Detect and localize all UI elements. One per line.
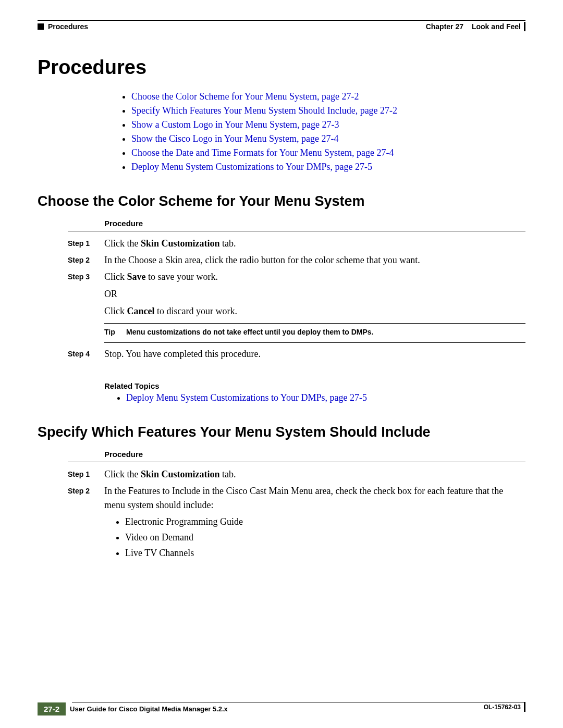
text: Click the (104, 469, 141, 479)
text: tab. (220, 238, 236, 249)
related-topics-label: Related Topics (104, 381, 525, 390)
step-number: Step 3 (68, 270, 104, 283)
divider-icon (524, 702, 525, 712)
list-item: Show a Custom Logo in Your Menu System, … (131, 119, 525, 130)
header-rule (38, 20, 525, 21)
toc-link[interactable]: Show the Cisco Logo in Your Menu System,… (131, 133, 339, 144)
procedure-label: Procedure (104, 450, 525, 459)
header-chapter: Chapter 27 (426, 22, 463, 31)
or-text: OR (104, 289, 525, 300)
list-item: Show the Cisco Logo in Your Menu System,… (131, 133, 525, 144)
text: to discard your work. (155, 306, 237, 316)
header-left: Procedures (38, 22, 88, 31)
list-item: Deploy Menu System Customizations to You… (131, 162, 525, 172)
step-text: In the Choose a Skin area, click the rad… (104, 253, 525, 267)
section-heading: Specify Which Features Your Menu System … (38, 424, 525, 440)
horizontal-rule (68, 462, 525, 462)
toc-link[interactable]: Choose the Date and Time Formats for You… (131, 147, 394, 158)
step-row: Step 3 Click Save to save your work. (68, 270, 525, 283)
divider-icon (524, 22, 525, 31)
list-item: Specify Which Features Your Menu System … (131, 105, 525, 116)
horizontal-rule (104, 342, 525, 343)
page-number-badge: 27-2 (38, 702, 66, 715)
tip-label: Tip (104, 328, 126, 336)
text: tab. (220, 469, 236, 479)
bold-term: Skin Customization (141, 469, 220, 479)
section-heading: Choose the Color Scheme for Your Menu Sy… (38, 193, 525, 209)
text: Click the (104, 238, 141, 249)
header-right: Chapter 27 Look and Feel (426, 22, 525, 31)
page-title: Procedures (38, 56, 525, 79)
step-text: Click the Skin Customization tab. (104, 467, 525, 481)
step-text: In the Features to Include in the Cisco … (104, 484, 525, 561)
step-number: Step 1 (68, 237, 104, 250)
feature-list: Electronic Programming Guide Video on De… (125, 515, 525, 560)
list-item: Deploy Menu System Customizations to You… (126, 392, 525, 403)
step-row: Step 1 Click the Skin Customization tab. (68, 467, 525, 481)
list-item: Video on Demand (125, 530, 525, 544)
related-link[interactable]: Deploy Menu System Customizations to You… (126, 392, 367, 403)
step-text: Click the Skin Customization tab. (104, 237, 525, 250)
toc-link[interactable]: Show a Custom Logo in Your Menu System, … (131, 119, 339, 130)
bold-term: Skin Customization (141, 238, 220, 249)
step-number: Step 4 (68, 347, 104, 361)
text: In the Features to Include in the Cisco … (104, 486, 503, 510)
bold-term: Cancel (127, 306, 155, 316)
horizontal-rule (68, 231, 525, 231)
step-text: Click Save to save your work. (104, 270, 525, 283)
step-row: Step 2 In the Choose a Skin area, click … (68, 253, 525, 267)
footer-guide-title: User Guide for Cisco Digital Media Manag… (70, 705, 228, 713)
square-bullet-icon (38, 23, 44, 30)
tip-text: Menu customizations do not take effect u… (126, 328, 373, 336)
header-chapter-title: Look and Feel (472, 22, 521, 31)
list-item: Choose the Date and Time Formats for You… (131, 147, 525, 158)
step-number: Step 2 (68, 484, 104, 561)
procedure-label: Procedure (104, 219, 525, 228)
footer-doc-id: OL-15762-03 (484, 704, 521, 711)
list-item: Electronic Programming Guide (125, 515, 525, 528)
page-header: Procedures Chapter 27 Look and Feel (38, 22, 525, 31)
tip-row: Tip Menu customizations do not take effe… (104, 328, 525, 336)
footer-left: 27-2 User Guide for Cisco Digital Media … (38, 702, 228, 715)
header-section-name: Procedures (48, 22, 88, 31)
text: Click (104, 306, 127, 316)
page-footer: 27-2 User Guide for Cisco Digital Media … (38, 702, 525, 715)
toc-link[interactable]: Choose the Color Scheme for Your Menu Sy… (131, 91, 359, 102)
horizontal-rule (104, 323, 525, 324)
text: to save your work. (146, 272, 218, 282)
text: Click (104, 272, 127, 282)
bold-term: Save (127, 272, 146, 282)
step-row: Step 2 In the Features to Include in the… (68, 484, 525, 561)
step-number: Step 2 (68, 253, 104, 267)
document-page: Procedures Chapter 27 Look and Feel Proc… (0, 0, 563, 728)
list-item: Choose the Color Scheme for Your Menu Sy… (131, 91, 525, 102)
toc-link[interactable]: Deploy Menu System Customizations to You… (131, 162, 372, 172)
step-row: Step 1 Click the Skin Customization tab. (68, 237, 525, 250)
list-item: Live TV Channels (125, 546, 525, 560)
cancel-text: Click Cancel to discard your work. (104, 306, 525, 317)
toc-link-list: Choose the Color Scheme for Your Menu Sy… (131, 91, 525, 172)
step-row: Step 4 Stop. You have completed this pro… (68, 347, 525, 361)
step-number: Step 1 (68, 467, 104, 481)
footer-right: OL-15762-03 (484, 702, 525, 712)
toc-link[interactable]: Specify Which Features Your Menu System … (131, 105, 397, 116)
step-text: Stop. You have completed this procedure. (104, 347, 525, 361)
related-topics-list: Deploy Menu System Customizations to You… (126, 392, 525, 403)
